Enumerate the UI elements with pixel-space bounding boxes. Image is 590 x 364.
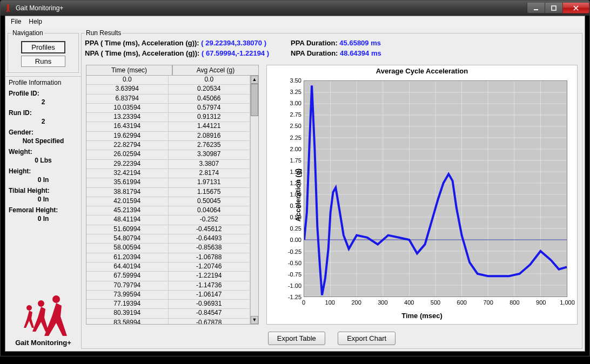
nav-group: Navigation Profiles Runs [8,29,79,73]
logo: Gait Monitoring+ [10,294,77,347]
main-panel: Run Results PPA ( Time (ms), Acceleratio… [81,28,585,351]
maximize-button[interactable] [545,3,563,14]
nav-legend: Navigation [11,29,44,37]
ppadur-label: PPA Duration: [291,39,338,47]
profile-id-label: Profile ID: [9,90,78,97]
client-area: File Help Navigation Profiles Runs Profi… [5,16,585,352]
table-scrollbar[interactable]: ▲ ▼ [250,76,258,324]
npa-label: NPA ( Time (ms), Acceleration (g)): [85,49,199,57]
table-row[interactable]: 45.213940.04064 [86,206,250,215]
export-table-button[interactable]: Export Table [268,332,325,345]
col-accel-header[interactable]: Avg Accel (g) [172,65,259,76]
femoral-value: 0 In [9,215,78,223]
table-row[interactable]: 67.59994-1.22194 [86,272,250,281]
table-row[interactable]: 35.619941.97131 [86,178,250,187]
run-id-value: 2 [9,118,78,125]
runs-button[interactable]: Runs [21,56,65,67]
ppadur-value: 45.65809 ms [339,39,381,47]
gender-label: Gender: [9,129,78,136]
scroll-up-icon[interactable]: ▲ [251,76,258,84]
profiles-button[interactable]: Profiles [21,41,65,53]
height-value: 0 In [9,176,78,184]
svg-rect-1 [534,9,538,10]
line-plot [304,81,567,296]
profile-id-value: 2 [9,98,78,106]
table-row[interactable]: 6.837940.45066 [86,95,250,104]
menu-help[interactable]: Help [25,17,45,26]
table-row[interactable]: 0.00.0 [86,76,250,85]
table-row[interactable]: 54.80794-0.64493 [86,234,250,244]
sidebar: Navigation Profiles Runs Profile Informa… [5,28,81,351]
npa-value: ( 67.59994,-1.22194 ) [202,49,269,57]
data-table: Time (msec) Avg Accel (g) 0.00.03.639940… [86,65,259,325]
table-row[interactable]: 13.233940.91312 [86,113,250,122]
svg-rect-2 [552,6,556,10]
npadur-value: 48.64394 ms [340,49,381,57]
femoral-label: Femoral Height: [9,206,78,214]
run-id-label: Run ID: [9,109,78,117]
y-tick-labels: 3.503.253.002.752.502.252.001.751.501.25… [286,80,303,297]
table-body: 0.00.03.639940.205346.837940.4506610.035… [86,76,259,325]
scroll-down-icon[interactable]: ▼ [251,316,258,324]
table-row[interactable]: 26.025943.30987 [86,150,250,159]
chart-title: Average Cycle Acceleration [267,65,577,77]
tibial-value: 0 In [9,196,78,203]
table-row[interactable]: 61.20394-1.06788 [86,253,250,262]
weight-label: Weight: [9,148,78,156]
close-button[interactable] [562,3,589,14]
table-row[interactable]: 29.223943.3807 [86,160,250,169]
profile-info: Profile Information Profile ID: 2 Run ID… [5,76,81,224]
table-row[interactable]: 38.817941.15675 [86,188,250,197]
svg-point-3 [26,305,32,311]
logo-caption: Gait Monitoring+ [10,339,77,347]
table-row[interactable]: 10.035940.57974 [86,104,250,113]
table-row[interactable]: 83.58994-0.67878 [86,319,250,325]
table-row[interactable]: 42.015940.50045 [86,197,250,206]
table-row[interactable]: 64.40194-1.20746 [86,262,250,272]
ppa-value: ( 29.22394,3.38070 ) [201,39,266,47]
x-tick-labels: 01002003004005006007008009001,000 [304,299,567,308]
results-legend: Run Results [85,29,122,37]
menubar: File Help [5,16,585,27]
app-window: Gait Monitoring+ File Help Navigation Pr… [0,0,590,356]
npadur-label: NPA Duration: [291,49,338,57]
plot-area [304,80,567,297]
table-row[interactable]: 70.79794-1.14736 [86,281,250,291]
table-row[interactable]: 19.629942.08916 [86,132,250,141]
weight-value: 0 Lbs [9,157,78,164]
scroll-thumb[interactable] [251,84,258,116]
table-row[interactable]: 32.421942.8174 [86,169,250,178]
svg-point-0 [8,4,9,6]
table-row[interactable]: 77.19394-0.96931 [86,300,250,309]
table-row[interactable]: 48.41194-0.252 [86,215,250,225]
x-axis-label: Time (msec) [267,312,577,320]
app-icon [4,4,12,12]
walking-figures-icon [16,294,70,337]
col-time-header[interactable]: Time (msec) [86,65,172,76]
tibial-label: Tibial Height: [9,187,78,194]
profile-legend: Profile Information [9,79,78,86]
svg-point-4 [38,300,44,307]
table-row[interactable]: 16.431941.44121 [86,122,250,131]
menu-file[interactable]: File [8,17,24,26]
gender-value: Not Specified [9,137,78,145]
table-row[interactable]: 22.827942.76235 [86,141,250,150]
table-row[interactable]: 58.00594-0.85638 [86,244,250,253]
window-title: Gait Monitoring+ [16,4,63,12]
table-row[interactable]: 3.639940.20534 [86,85,250,94]
results-group: Run Results PPA ( Time (ms), Acceleratio… [81,29,582,349]
height-label: Height: [9,167,78,175]
minimize-button[interactable] [527,3,545,14]
ppa-label: PPA ( Time (ms), Acceleration (g)): [85,39,199,47]
export-chart-button[interactable]: Export Chart [338,332,395,345]
table-row[interactable]: 51.60994-0.45612 [86,225,250,234]
titlebar[interactable]: Gait Monitoring+ [1,1,589,16]
svg-point-5 [52,295,60,303]
chart: Average Cycle Acceleration Acceleration … [266,65,578,325]
table-row[interactable]: 73.99594-1.06147 [86,291,250,300]
table-row[interactable]: 80.39194-0.84547 [86,309,250,318]
